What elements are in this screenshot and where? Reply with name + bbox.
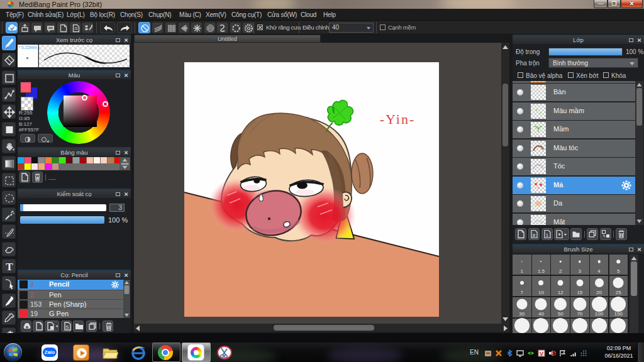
svg-text:1: 1 [546, 233, 549, 238]
svg-text:8: 8 [533, 233, 536, 238]
svg-text:-Yin-: -Yin- [380, 111, 415, 127]
svg-text:T: T [6, 261, 13, 273]
svg-text:V: V [540, 351, 543, 357]
svg-text:S: S [65, 324, 69, 330]
